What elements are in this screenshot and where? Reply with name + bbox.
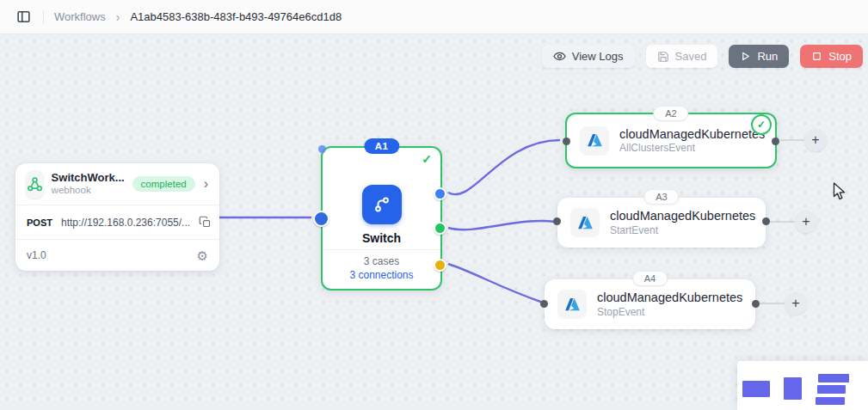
cases-count: 3 cases [323,255,440,267]
selection-dot [318,145,326,153]
success-check-icon: ✓ [422,152,432,166]
webhook-node[interactable]: SwitchWork... webhook completed › POST h… [15,163,219,271]
sidebar-toggle-icon[interactable] [14,8,33,27]
azure-icon [580,126,609,156]
event-node-title: cloudManagedKubernetes [619,126,765,142]
breadcrumb-chevron-icon: › [116,10,120,24]
expand-chevron-icon[interactable]: › [203,177,209,191]
webhook-node-type: webhook [52,185,125,196]
add-node-button-a3[interactable]: + [795,211,817,233]
input-port-dot[interactable] [563,138,570,145]
saved-button[interactable]: Saved [646,45,718,68]
azure-icon [570,208,600,237]
switch-node-footer: 3 cases 3 connections [323,249,440,281]
event-node-titles: cloudManagedKubernetes AllClustersEvent [619,126,765,155]
add-node-button-a2[interactable]: + [804,129,827,151]
switch-input-port[interactable] [313,211,329,227]
branch-icon [362,185,402,224]
play-icon [740,51,751,62]
node-badge: A2 [653,106,688,121]
header-divider [43,10,44,24]
minimap-node-switch [784,377,802,400]
event-node-subtitle: StartEvent [610,224,755,237]
event-node-a3[interactable]: A3 cloudManagedKubernetes StartEvent [557,198,766,248]
breadcrumb-workflows[interactable]: Workflows [54,10,106,23]
input-port-dot[interactable] [540,300,548,308]
event-node-title: cloudManagedKubernetes [597,290,742,305]
edge-switch-to-a2 [448,140,560,194]
canvas-toolbar: View Logs Saved Run Stop [542,45,863,68]
view-logs-button[interactable]: View Logs [542,45,635,68]
version-label: v1.0 [27,249,46,261]
eye-icon [553,50,566,63]
edge-switch-to-a4 [448,264,543,303]
node-badge: A3 [643,189,679,205]
event-node-a2[interactable]: A2 ✓ cloudManagedKubernetes AllClustersE… [565,113,777,168]
save-icon [657,51,669,63]
run-button[interactable]: Run [729,45,789,68]
webhook-version-row: v1.0 ⚙ [15,239,219,271]
minimap-node-a4 [816,397,845,405]
view-logs-label: View Logs [572,50,624,63]
event-node-subtitle: StopEvent [597,306,742,319]
edge-switch-to-a3 [448,221,556,229]
http-method-label: POST [27,217,52,228]
breadcrumb-workflow-id: A1ab4583-638b-483f-b493-49764e6cd1d8 [130,10,342,23]
success-check-badge: ✓ [751,114,772,135]
connections-link[interactable]: 3 connections [323,269,440,281]
event-node-subtitle: AllClustersEvent [619,142,765,155]
webhook-node-titles: SwitchWork... webhook [52,172,125,196]
switch-node-badge: A1 [364,138,399,154]
minimap-node-webhook [742,381,770,397]
webhook-icon [26,170,44,199]
add-node-button-a4[interactable]: + [785,292,807,315]
mouse-cursor [833,182,847,201]
status-badge: completed [132,176,195,192]
stop-button[interactable]: Stop [800,45,863,68]
azure-icon [557,290,587,319]
workflow-canvas[interactable]: View Logs Saved Run Stop [0,34,868,410]
input-port-dot[interactable] [553,217,561,225]
event-node-a4[interactable]: A4 cloudManagedKubernetes StopEvent [545,279,755,329]
webhook-url: http://192.168.0.236:7055/... [61,217,190,229]
switch-case2-port[interactable] [434,222,446,235]
switch-node-title: Switch [362,231,401,245]
output-port-dot[interactable] [762,217,770,225]
switch-node[interactable]: A1 ✓ Switch 3 cases 3 connections [321,146,442,291]
webhook-node-header: SwitchWork... webhook completed › [15,163,219,205]
node-badge: A4 [632,271,668,286]
webhook-node-title: SwitchWork... [52,172,125,185]
minimap[interactable] [737,361,868,410]
switch-case3-port[interactable] [434,259,446,272]
saved-label: Saved [675,50,707,63]
output-port-dot[interactable] [752,300,760,308]
stop-icon [811,51,822,62]
event-node-titles: cloudManagedKubernetes StopEvent [597,290,742,318]
event-node-title: cloudManagedKubernetes [610,208,755,223]
minimap-node-a3 [817,385,846,394]
minimap-node-a2 [818,374,849,382]
webhook-endpoint-row: POST http://192.168.0.236:7055/... [15,205,219,239]
top-bar: Workflows › A1ab4583-638b-483f-b493-4976… [0,0,868,34]
stop-label: Stop [828,50,852,63]
run-label: Run [757,50,778,63]
switch-case1-port[interactable] [434,187,446,200]
copy-url-icon[interactable] [199,216,212,229]
event-node-titles: cloudManagedKubernetes StartEvent [610,208,755,236]
output-port-dot[interactable] [772,138,779,145]
gear-icon[interactable]: ⚙ [197,249,208,262]
